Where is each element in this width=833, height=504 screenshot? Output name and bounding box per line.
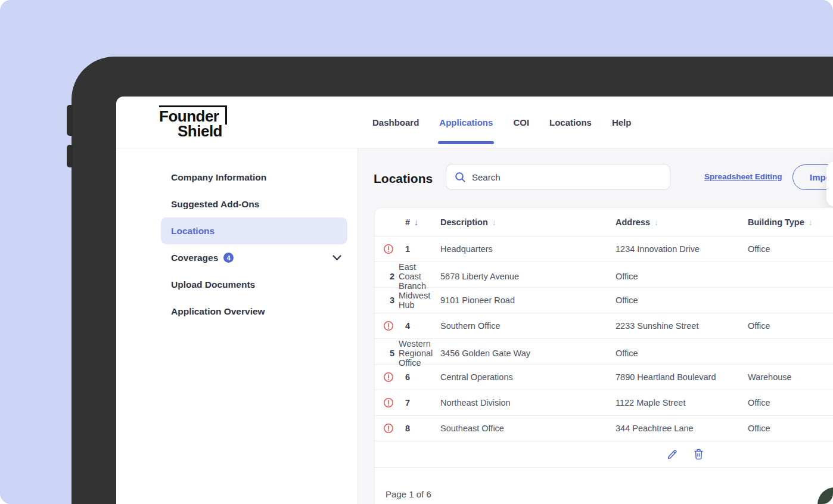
chevron-down-icon[interactable] xyxy=(332,255,341,261)
brand-name-line2: Shield xyxy=(159,124,227,138)
cell-description: Midwest Hub xyxy=(399,291,440,310)
column-header-description[interactable]: Description ↓ xyxy=(440,217,616,227)
cell-building-type: Office xyxy=(616,295,748,305)
sidebar-item[interactable]: Application Overview xyxy=(161,298,347,325)
search-box[interactable] xyxy=(446,164,670,190)
sort-icon: ↓ xyxy=(809,218,813,226)
page-title: Locations xyxy=(374,172,433,186)
brand-logo-bracket xyxy=(159,105,227,125)
cell-description: Southeast Office xyxy=(440,424,616,433)
delete-button[interactable] xyxy=(694,449,704,460)
table-row[interactable]: 6 Central Operations 7890 Heartland Boul… xyxy=(375,365,833,390)
cell-number: 1 xyxy=(399,244,440,254)
cell-number: 2 xyxy=(383,272,399,281)
nav-item-label: Applications xyxy=(439,117,493,127)
cell-address: 2233 Sunshine Street xyxy=(616,321,748,331)
column-header-number[interactable]: # ↓ xyxy=(399,217,440,227)
nav-item-label: COI xyxy=(513,117,529,127)
search-input[interactable] xyxy=(472,172,661,182)
sidebar-item[interactable]: Suggested Add-Ons xyxy=(161,191,347,217)
cell-description: Southern Office xyxy=(440,321,616,331)
cutoff-panel[interactable] xyxy=(826,161,833,207)
table-row[interactable]: 8 Southeast Office 344 Peachtree Lane Of… xyxy=(375,416,833,441)
sidebar-item-label: Application Overview xyxy=(171,306,265,317)
cell-number: 3 xyxy=(383,295,399,305)
sidebar-item[interactable]: Coverages 4 xyxy=(161,244,347,271)
cell-description: Headquarters xyxy=(440,244,616,254)
cell-address: 1234 Innovation Drive xyxy=(616,244,748,254)
pagination-status: Page 1 of 6 xyxy=(375,468,833,499)
table-header-row: # ↓ Description ↓ Address ↓ Building Typ… xyxy=(375,208,833,237)
cell-building-type: Office xyxy=(616,272,748,281)
table-row[interactable]: 5 Western Regional Office 3456 Golden Ga… xyxy=(375,339,833,365)
warning-icon xyxy=(383,423,394,434)
cell-address: 7890 Heartland Boulevard xyxy=(616,372,748,382)
cell-number: 6 xyxy=(399,372,440,382)
cell-number: 5 xyxy=(383,349,399,358)
cell-building-type: Office xyxy=(748,424,833,433)
table-body: 1 Headquarters 1234 Innovation Drive Off… xyxy=(375,237,833,441)
sort-desc-icon: ↓ xyxy=(414,218,418,226)
table-row[interactable]: 1 Headquarters 1234 Innovation Drive Off… xyxy=(375,237,833,262)
active-tab-underline xyxy=(438,141,494,144)
cell-description: Western Regional Office xyxy=(399,339,440,368)
cell-address: 9101 Pioneer Road xyxy=(440,295,616,305)
cell-address: 3456 Golden Gate Way xyxy=(440,349,616,358)
warning-icon xyxy=(383,321,394,331)
sidebar: Company Information Suggested Add-Ons xyxy=(116,148,358,504)
trash-icon xyxy=(694,449,704,460)
sidebar-item[interactable]: Locations xyxy=(161,217,347,244)
row-actions xyxy=(375,441,833,468)
column-header-address[interactable]: Address ↓ xyxy=(616,217,748,227)
locations-table: # ↓ Description ↓ Address ↓ Building Typ… xyxy=(374,207,833,504)
page-background: Founder Shield Dashboard Applications CO… xyxy=(0,0,833,504)
table-row[interactable]: 4 Southern Office 2233 Sunshine Street O… xyxy=(375,313,833,339)
nav-item[interactable]: Locations xyxy=(549,97,592,148)
sidebar-item[interactable]: Company Information xyxy=(161,164,347,191)
sort-icon: ↓ xyxy=(654,218,658,226)
cell-building-type: Office xyxy=(748,244,833,254)
cell-address: 344 Peachtree Lane xyxy=(616,424,748,433)
nav-item[interactable]: Help xyxy=(612,97,632,148)
sidebar-item-label: Company Information xyxy=(171,172,266,183)
column-header-building-type[interactable]: Building Type ↓ xyxy=(748,217,833,227)
nav-item[interactable]: COI xyxy=(513,97,529,148)
cell-description: Central Operations xyxy=(440,372,616,382)
tablet-side-button xyxy=(67,105,73,136)
cell-number: 4 xyxy=(399,321,440,331)
edit-button[interactable] xyxy=(667,449,678,460)
sidebar-item-label: Suggested Add-Ons xyxy=(171,199,259,210)
sidebar-item-label: Coverages xyxy=(171,253,218,263)
cell-description: Northeast Division xyxy=(440,398,616,407)
sidebar-item-label: Locations xyxy=(171,226,215,237)
sort-icon: ↓ xyxy=(492,218,496,226)
top-nav: Dashboard Applications COI Locations xyxy=(372,97,631,148)
nav-item-label: Locations xyxy=(549,117,592,127)
cell-address: 5678 Liberty Avenue xyxy=(440,272,616,281)
nav-item-label: Dashboard xyxy=(372,117,419,127)
main-content: Locations Spreadsheet Editing Import # ↓ xyxy=(358,148,833,504)
table-row[interactable]: 7 Northeast Division 1122 Maple Street O… xyxy=(375,390,833,416)
warning-icon xyxy=(383,372,394,382)
search-icon xyxy=(455,172,466,183)
warning-icon xyxy=(383,397,394,408)
nav-item-label: Help xyxy=(612,117,632,127)
app-window: Founder Shield Dashboard Applications CO… xyxy=(116,97,833,504)
nav-item[interactable]: Applications xyxy=(439,97,493,148)
cell-building-type: Office xyxy=(748,321,833,331)
cell-number: 7 xyxy=(399,398,440,407)
cell-building-type: Office xyxy=(748,398,833,407)
brand-logo: Founder Shield xyxy=(159,105,227,138)
spreadsheet-editing-link[interactable]: Spreadsheet Editing xyxy=(704,172,782,181)
tablet-side-button xyxy=(67,145,73,167)
cell-building-type: Office xyxy=(616,349,748,358)
sidebar-item-label: Upload Documents xyxy=(171,279,255,290)
table-row[interactable]: 2 East Coast Branch 5678 Liberty Avenue … xyxy=(375,262,833,288)
warning-icon xyxy=(383,244,394,254)
cell-description: East Coast Branch xyxy=(399,262,440,291)
cell-address: 1122 Maple Street xyxy=(616,398,748,407)
count-badge: 4 xyxy=(223,253,234,263)
table-row[interactable]: 3 Midwest Hub 9101 Pioneer Road Office xyxy=(375,288,833,313)
nav-item[interactable]: Dashboard xyxy=(372,97,419,148)
sidebar-item[interactable]: Upload Documents xyxy=(161,271,347,298)
